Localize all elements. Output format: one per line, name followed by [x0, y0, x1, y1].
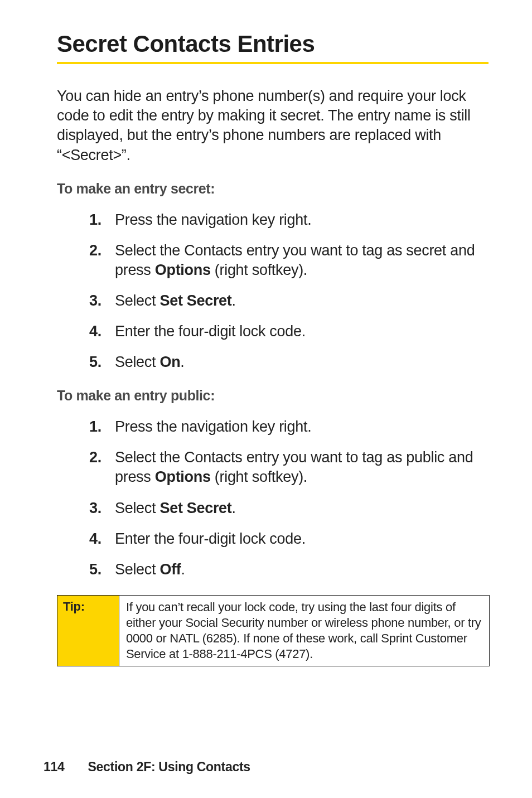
- steps-list-public: Press the navigation key right. Select t…: [57, 417, 489, 579]
- tip-box: Tip: If you can’t recall your lock code,…: [57, 595, 490, 667]
- steps-list-secret: Press the navigation key right. Select t…: [57, 210, 489, 373]
- step-text-pre: Select: [115, 292, 159, 309]
- step-strong-options: Options: [155, 262, 211, 278]
- tip-body: If you can’t recall your lock code, try …: [119, 596, 489, 666]
- step-strong-setsecret: Set Secret: [159, 500, 231, 516]
- step-strong-options: Options: [155, 468, 211, 485]
- subheading-secret: To make an entry secret:: [57, 181, 489, 197]
- footer-section-label: Section 2F: Using Contacts: [88, 760, 250, 774]
- step-text: Enter the four-digit lock code.: [115, 323, 306, 340]
- heading-divider: [57, 62, 489, 64]
- step-text-pre: Select: [115, 500, 159, 516]
- subheading-public: To make an entry public:: [57, 388, 489, 404]
- step-text-post: .: [232, 292, 236, 309]
- page-footer: 114 Section 2F: Using Contacts: [43, 760, 250, 775]
- list-item: Select the Contacts entry you want to ta…: [89, 448, 489, 487]
- list-item: Press the navigation key right.: [89, 210, 489, 230]
- step-strong-off: Off: [159, 561, 181, 578]
- step-text-post: .: [232, 500, 236, 516]
- step-text-post: (right softkey).: [211, 262, 307, 278]
- list-item: Select the Contacts entry you want to ta…: [89, 241, 489, 280]
- step-strong-on: On: [159, 354, 180, 370]
- step-text: Press the navigation key right.: [115, 418, 311, 435]
- list-item: Select Set Secret.: [89, 499, 489, 518]
- manual-page: Secret Contacts Entries You can hide an …: [0, 0, 532, 798]
- step-strong-setsecret: Set Secret: [159, 292, 231, 309]
- tip-label: Tip:: [57, 596, 119, 666]
- page-heading: Secret Contacts Entries: [57, 31, 489, 57]
- list-item: Enter the four-digit lock code.: [89, 322, 489, 341]
- footer-page-number: 114: [43, 760, 64, 774]
- step-text-post: .: [181, 561, 185, 578]
- intro-paragraph: You can hide an entry’s phone number(s) …: [57, 86, 489, 165]
- step-text: Press the navigation key right.: [115, 211, 311, 228]
- list-item: Select Off.: [89, 560, 489, 579]
- step-text-post: (right softkey).: [211, 468, 307, 485]
- list-item: Select Set Secret.: [89, 291, 489, 311]
- step-text-post: .: [180, 354, 184, 370]
- step-text: Enter the four-digit lock code.: [115, 530, 306, 547]
- step-text-pre: Select: [115, 354, 159, 370]
- list-item: Enter the four-digit lock code.: [89, 529, 489, 549]
- list-item: Press the navigation key right.: [89, 417, 489, 437]
- step-text-pre: Select: [115, 561, 159, 578]
- list-item: Select On.: [89, 352, 489, 372]
